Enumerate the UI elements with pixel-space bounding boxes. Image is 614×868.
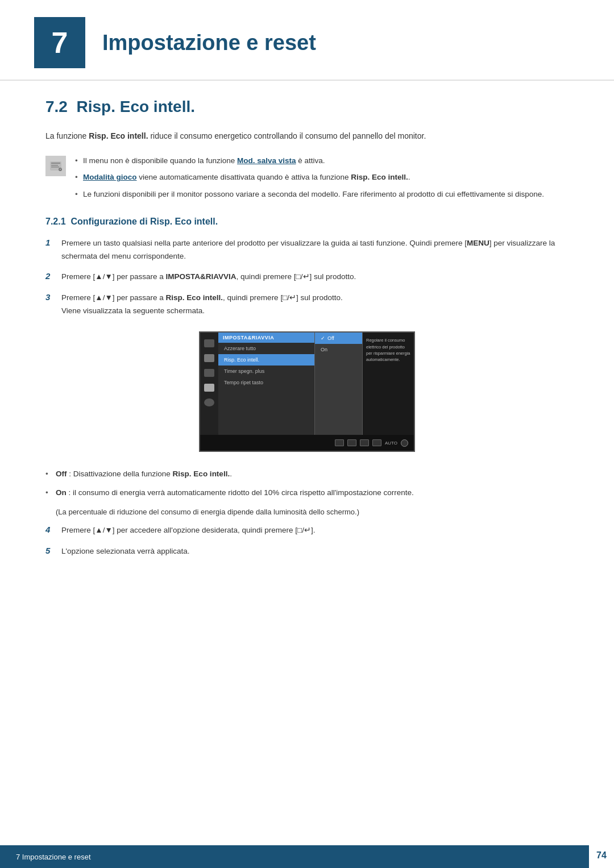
subsection-title: 7.2.1 Configurazione di Risp. Eco intell… — [45, 217, 569, 227]
subsection-heading: Configurazione di Risp. Eco intell. — [70, 217, 218, 226]
screen-btn-3 — [360, 439, 369, 446]
screen-auto-label: AUTO — [385, 441, 397, 446]
result-item-off: Off : Disattivazione della funzione Risp… — [45, 468, 569, 481]
step2-bold: IMPOSTA&RIAVVIA — [166, 272, 237, 281]
footer-page-number: 74 — [589, 843, 614, 868]
screen-icon-2 — [204, 354, 214, 362]
screen-submenu-on: On — [315, 344, 362, 355]
screen-menu-timer: Timer spegn. plus — [218, 366, 314, 377]
screen-icon-1 — [204, 339, 214, 347]
step3-bold: Risp. Eco intell. — [166, 293, 223, 302]
screen-tip: Regolare il consumo elettrico del prodot… — [363, 333, 414, 435]
screen-simulation: IMPOSTA&RIAVVIA Azzerare tutto Risp. Eco… — [199, 331, 415, 452]
screen-wrapper: IMPOSTA&RIAVVIA Azzerare tutto Risp. Eco… — [199, 331, 415, 452]
screen-menu-risp: Risp. Eco intell. — [218, 354, 314, 366]
chapter-title: Impostazione e reset — [102, 31, 316, 55]
footer-text: 7 Impostazione e reset — [16, 853, 91, 861]
svg-rect-2 — [51, 165, 58, 166]
screen-btn-1 — [335, 439, 344, 446]
screen-menu-header: IMPOSTA&RIAVVIA — [218, 333, 314, 343]
section-title: 7.2 Risp. Eco intell. — [45, 98, 569, 116]
note-item-2: Modalità gioco viene automaticamente dis… — [75, 171, 544, 184]
step-4: 4 Premere [▲/▼] per accedere all'opzione… — [45, 524, 569, 537]
result-item-on: On : il consumo di energia verrà automat… — [45, 487, 569, 500]
chapter-number: 7 — [52, 26, 68, 60]
step-num-3: 3 — [45, 292, 56, 302]
section-intro: La funzione Risp. Eco intell. riduce il … — [45, 130, 569, 143]
subsection-number: 7.2.1 — [45, 217, 66, 226]
checkmark-icon: ✓ — [321, 335, 325, 341]
note-item-1: Il menu non è disponibile quando la funz… — [75, 155, 544, 167]
screen-container: IMPOSTA&RIAVVIA Azzerare tutto Risp. Eco… — [45, 331, 569, 452]
step-3: 3 Premere [▲/▼] per passare a Risp. Eco … — [45, 292, 569, 318]
main-content: 7.2 Risp. Eco intell. La funzione Risp. … — [0, 98, 614, 615]
off-label: Off — [56, 470, 67, 478]
chapter-number-badge: 7 — [34, 17, 85, 68]
page-header: 7 Impostazione e reset — [0, 0, 614, 81]
step-text-5: L'opzione selezionata verrà applicata. — [61, 545, 189, 558]
on-label: On — [56, 488, 67, 497]
step3-sub: Viene visualizzata la seguente schermata… — [61, 306, 205, 315]
screen-menu-azzerare: Azzerare tutto — [218, 343, 314, 354]
screen-icon-active — [204, 384, 214, 392]
sub-note: (La percentuale di riduzione del consumo… — [45, 508, 569, 516]
step-2: 2 Premere [▲/▼] per passare a IMPOSTA&RI… — [45, 271, 569, 284]
step-num-4: 4 — [45, 525, 56, 534]
svg-rect-1 — [51, 163, 60, 164]
screen-power-btn — [401, 439, 408, 447]
steps-list: 1 Premere un tasto qualsiasi nella parte… — [45, 237, 569, 318]
step-text-3: Premere [▲/▼] per passare a Risp. Eco in… — [61, 293, 343, 302]
intro-bold-1: Risp. Eco intell. — [89, 131, 148, 140]
screen-sidebar — [200, 333, 218, 435]
screen-main-menu: IMPOSTA&RIAVVIA Azzerare tutto Risp. Eco… — [218, 333, 314, 435]
menu-kbd: MENU — [467, 239, 489, 247]
screen-submenu-off: ✓ Off — [315, 333, 362, 344]
note-link-2[interactable]: Modalità gioco — [83, 173, 137, 181]
notes-list: Il menu non è disponibile quando la funz… — [75, 155, 544, 205]
step-5: 5 L'opzione selezionata verrà applicata. — [45, 545, 569, 558]
screen-submenu: ✓ Off On — [314, 333, 363, 435]
screen-btn-4 — [372, 439, 381, 446]
screen-icon-5 — [204, 398, 214, 406]
screen-btn-2 — [347, 439, 356, 446]
step-1: 1 Premere un tasto qualsiasi nella parte… — [45, 237, 569, 263]
step-text-1: Premere un tasto qualsiasi nella parte a… — [61, 237, 569, 263]
off-bold: Risp. Eco intell. — [173, 470, 230, 478]
screen-icon-3 — [204, 369, 214, 377]
screen-menu-tempo: Tempo ripet tasto — [218, 377, 314, 388]
step-num-2: 2 — [45, 271, 56, 281]
steps-list-later: 4 Premere [▲/▼] per accedere all'opzione… — [45, 524, 569, 558]
step-num-5: 5 — [45, 546, 56, 555]
page-footer: 7 Impostazione e reset 74 — [0, 845, 614, 868]
section-heading: Risp. Eco intell. — [77, 98, 195, 115]
note-link-1[interactable]: Mod. salva vista — [237, 156, 296, 165]
note-item-3: Le funzioni disponibili per il monitor p… — [75, 188, 544, 201]
note-bold-2: Risp. Eco intell. — [351, 173, 408, 181]
result-list: Off : Disattivazione della funzione Risp… — [45, 468, 569, 500]
section-number: 7.2 — [45, 98, 68, 115]
notes-box: Il menu non è disponibile quando la funz… — [45, 155, 569, 205]
screen-bottom-bar: AUTO — [200, 435, 414, 451]
note-icon — [45, 156, 66, 176]
step-text-4: Premere [▲/▼] per accedere all'opzione d… — [61, 524, 315, 537]
step-num-1: 1 — [45, 238, 56, 247]
svg-rect-3 — [51, 167, 59, 168]
step-text-2: Premere [▲/▼] per passare a IMPOSTA&RIAV… — [61, 271, 356, 284]
